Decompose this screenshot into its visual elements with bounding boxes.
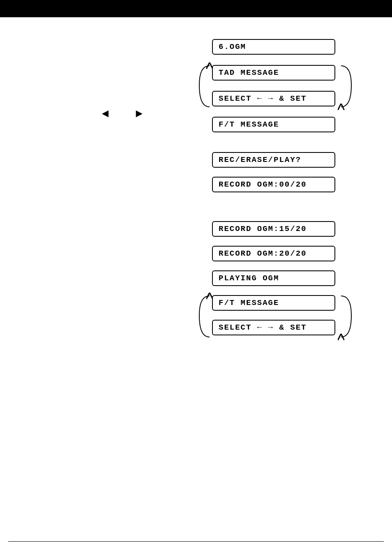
arrow-left-icon: ◄ [102,108,109,120]
flow-arrow-bot-left [197,294,222,339]
lcd-record-ogm-15: RECORD OGM:15/20 [212,221,335,237]
lcd-select-set-bot: SELECT ← → & SET [212,320,335,335]
lcd-record-ogm-00: RECORD OGM:00/20 [212,177,335,192]
lcd-tad-message: TAD MESSAGE [212,65,335,81]
lcd-record-ogm-20: RECORD OGM:20/20 [212,246,335,261]
flow-arrow-top-right [335,64,355,109]
lcd-playing-ogm: PLAYING OGM [212,270,335,286]
flow-arrow-top [197,64,222,109]
lcd-rec-erase-play: REC/ERASE/PLAY? [212,152,335,168]
lcd-ft-message-bot: F/T MESSAGE [212,295,335,311]
lcd-ogm-label: 6.OGM [212,39,335,55]
bottom-divider [8,541,384,542]
lcd-select-set-top: SELECT ← → & SET [212,91,335,106]
flow-arrow-bot-right [335,294,355,339]
lcd-ft-message-top: F/T MESSAGE [212,117,335,132]
header-bar [0,0,392,17]
arrow-right-icon: ► [136,108,143,120]
